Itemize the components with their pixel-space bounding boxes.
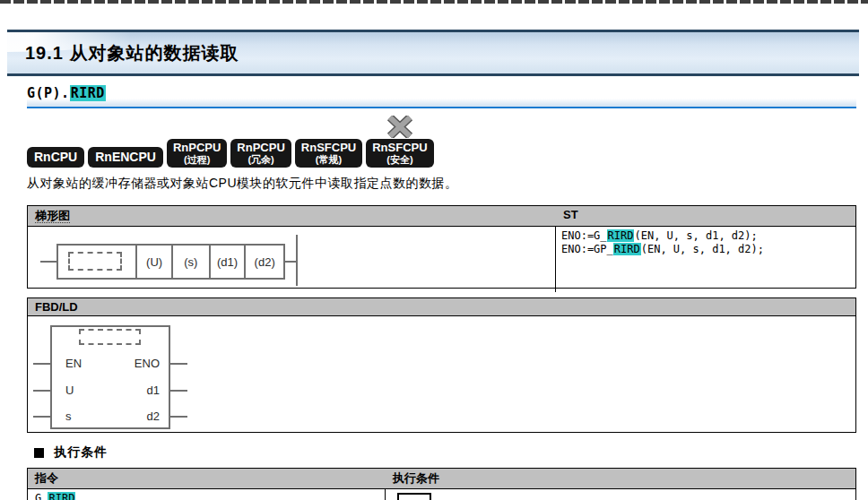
st-code-line: ENO:=G_RIRD(EN, U, s, d1, d2); — [561, 229, 850, 243]
cpu-badge-rnsfcpu-safety: RnSFCPU (安全) — [366, 139, 433, 168]
ladder-operand-d2: (d2) — [246, 246, 283, 278]
cpu-badge-rnpcpu-process: RnPCPU (过程) — [167, 139, 227, 168]
ladder-operand-u: (U) — [137, 246, 173, 278]
cpu-badge-rnsfcpu-standard: RnSFCPU (常规) — [295, 139, 362, 168]
instruction-column-header: 指令 — [28, 469, 386, 488]
cpu-badge-rnencpu: RnENCPU — [88, 147, 163, 168]
instruction-name-placeholder — [68, 252, 122, 271]
fbd-ld-column-header: FBD/LD — [28, 298, 855, 315]
ladder-term-link[interactable]: 梯形图 — [35, 209, 70, 223]
ladder-column-header: 梯形图 — [28, 206, 556, 226]
execution-condition-symbol — [397, 493, 431, 500]
instruction-prefix: G(P). — [27, 85, 70, 101]
fbd-pin-eno: ENO — [124, 357, 160, 371]
instruction-highlighted-term: RIRD — [70, 85, 106, 101]
execution-condition-heading: 执行条件 — [34, 444, 108, 461]
ladder-st-table: 梯形图 ST (U) (s) (d1) (d2) ENO:=G_RIRD(EN,… — [27, 205, 856, 289]
section-title: 19.1 从对象站的数据读取 — [7, 41, 239, 65]
fbd-diagram: EN ENO U d1 s d2 — [28, 316, 855, 432]
ladder-operand-d1: (d1) — [211, 246, 247, 278]
execution-condition-table-header: 指令 执行条件 — [28, 469, 855, 489]
st-column-header: ST — [556, 206, 855, 226]
instruction-cell: G.RIRD — [28, 489, 386, 500]
instruction-heading-rule — [27, 99, 856, 108]
execution-condition-heading-label: 执行条件 — [54, 444, 108, 461]
fbd-input-stub-s — [33, 416, 50, 418]
ladder-operand-s: (s) — [173, 246, 211, 278]
fbd-output-stub-d1 — [170, 390, 187, 392]
ladder-instruction-box: (U) (s) (d1) (d2) — [56, 244, 285, 280]
not-supported-x-icon — [386, 116, 413, 138]
execution-condition-table: 指令 执行条件 G.RIRD — [27, 468, 856, 500]
chapter-section-bar: 19.1 从对象站的数据读取 — [7, 30, 859, 76]
ladder-st-table-header: 梯形图 ST — [28, 206, 855, 227]
instruction-heading: G(P).RIRD — [27, 85, 106, 101]
fbd-output-stub-eno — [170, 363, 187, 365]
fbd-input-stub-en — [33, 363, 50, 365]
fbd-pin-d1: d1 — [124, 384, 160, 398]
table-row: G.RIRD — [28, 489, 855, 500]
page-top-dashed-divider — [0, 0, 868, 4]
st-highlighted-term: RIRD — [607, 229, 635, 242]
fbd-pin-u: U — [65, 384, 74, 398]
st-code-line: ENO:=GP_RIRD(EN, U, s, d1, d2); — [561, 243, 850, 256]
st-highlighted-term: RIRD — [613, 243, 641, 255]
condition-column-header: 执行条件 — [386, 469, 855, 488]
instruction-highlighted-term: RIRD — [48, 492, 75, 500]
square-bullet-icon — [34, 448, 44, 458]
condition-cell — [386, 489, 855, 500]
fbd-ld-table-header: FBD/LD — [28, 298, 855, 316]
instruction-description: 从对象站的缓冲存储器或对象站CPU模块的软元件中读取指定点数的数据。 — [27, 176, 458, 192]
cpu-badge-rncpu: RnCPU — [27, 147, 84, 168]
fbd-ld-table: FBD/LD EN ENO U d1 s d2 — [27, 297, 856, 433]
cpu-support-badges: RnCPU RnENCPU RnPCPU (过程) RnPCPU (冗余) Rn… — [27, 139, 434, 168]
fbd-input-stub-u — [33, 390, 50, 392]
st-code: ENO:=G_RIRD(EN, U, s, d1, d2); ENO:=GP_R… — [556, 227, 855, 292]
ladder-instruction-name-cell — [58, 246, 137, 278]
cpu-badge-rnpcpu-redundant: RnPCPU (冗余) — [230, 139, 291, 168]
ladder-right-rail — [296, 235, 298, 286]
ladder-left-lead-line — [40, 261, 56, 263]
fbd-pin-s: s — [65, 409, 72, 424]
fbd-pin-d2: d2 — [124, 409, 160, 424]
ladder-diagram: (U) (s) (d1) (d2) — [28, 227, 556, 292]
fbd-output-stub-d2 — [170, 416, 187, 418]
fbd-name-placeholder — [79, 329, 141, 345]
fbd-pin-en: EN — [65, 357, 82, 371]
